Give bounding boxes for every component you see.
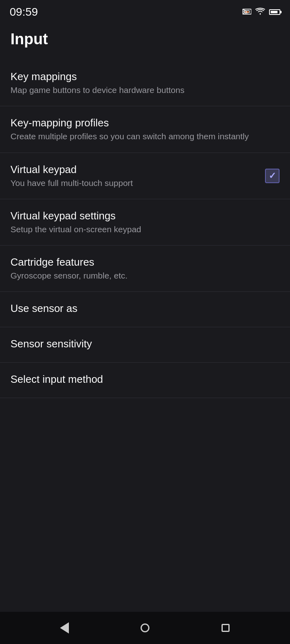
status-time: 09:59 <box>10 6 38 19</box>
settings-item-title-sensor-sensitivity: Sensor sensitivity <box>10 338 280 350</box>
settings-item-title-key-mappings: Key mappings <box>10 70 280 83</box>
checkbox-virtual-keypad[interactable] <box>265 169 280 183</box>
home-icon <box>141 623 149 632</box>
settings-item-content-use-sensor-as: Use sensor as <box>10 302 280 316</box>
settings-item-subtitle-key-mapping-profiles: Create multiple profiles so you can swit… <box>10 131 280 142</box>
settings-item-content-key-mappings: Key mappingsMap game buttons to device h… <box>10 70 280 95</box>
nav-recents-button[interactable] <box>213 616 238 640</box>
settings-item-subtitle-virtual-keypad-settings: Setup the virtual on-screen keypad <box>10 224 280 235</box>
settings-item-cartridge-features[interactable]: Cartridge featuresGyroscope sensor, rumb… <box>0 246 290 292</box>
settings-item-virtual-keypad-settings[interactable]: Virtual keypad settingsSetup the virtual… <box>0 199 290 246</box>
settings-item-title-use-sensor-as: Use sensor as <box>10 302 280 315</box>
nav-home-button[interactable] <box>133 616 157 640</box>
wifi-icon <box>255 8 265 17</box>
page-title: Input <box>0 23 290 60</box>
settings-item-key-mappings[interactable]: Key mappingsMap game buttons to device h… <box>0 60 290 106</box>
settings-item-key-mapping-profiles[interactable]: Key-mapping profilesCreate multiple prof… <box>0 106 290 153</box>
settings-item-content-key-mapping-profiles: Key-mapping profilesCreate multiple prof… <box>10 117 280 142</box>
settings-item-subtitle-key-mappings: Map game buttons to device hardware butt… <box>10 85 280 95</box>
nav-back-button[interactable] <box>52 616 77 640</box>
recents-icon <box>222 624 230 632</box>
back-icon <box>60 622 69 634</box>
settings-item-title-key-mapping-profiles: Key-mapping profiles <box>10 117 280 129</box>
navigation-bar <box>0 612 290 644</box>
settings-item-content-select-input-method: Select input method <box>10 373 280 387</box>
settings-item-use-sensor-as[interactable]: Use sensor as <box>0 292 290 327</box>
settings-item-content-virtual-keypad: Virtual keypadYou have full multi-touch … <box>10 163 265 188</box>
settings-item-content-virtual-keypad-settings: Virtual keypad settingsSetup the virtual… <box>10 210 280 235</box>
settings-item-virtual-keypad[interactable]: Virtual keypadYou have full multi-touch … <box>0 153 290 199</box>
settings-item-title-cartridge-features: Cartridge features <box>10 256 280 268</box>
settings-item-subtitle-virtual-keypad: You have full multi-touch support <box>10 178 265 188</box>
settings-item-title-virtual-keypad: Virtual keypad <box>10 163 265 176</box>
battery-icon <box>269 9 280 15</box>
settings-item-content-cartridge-features: Cartridge featuresGyroscope sensor, rumb… <box>10 256 280 281</box>
settings-item-title-virtual-keypad-settings: Virtual keypad settings <box>10 210 280 222</box>
cast-icon <box>242 8 251 17</box>
settings-item-title-select-input-method: Select input method <box>10 373 280 386</box>
settings-item-content-sensor-sensitivity: Sensor sensitivity <box>10 338 280 352</box>
settings-list: Key mappingsMap game buttons to device h… <box>0 60 290 398</box>
settings-item-select-input-method[interactable]: Select input method <box>0 363 290 398</box>
status-bar: 09:59 <box>0 0 290 23</box>
settings-item-sensor-sensitivity[interactable]: Sensor sensitivity <box>0 327 290 363</box>
settings-item-subtitle-cartridge-features: Gyroscope sensor, rumble, etc. <box>10 270 280 281</box>
status-icons <box>242 8 280 17</box>
